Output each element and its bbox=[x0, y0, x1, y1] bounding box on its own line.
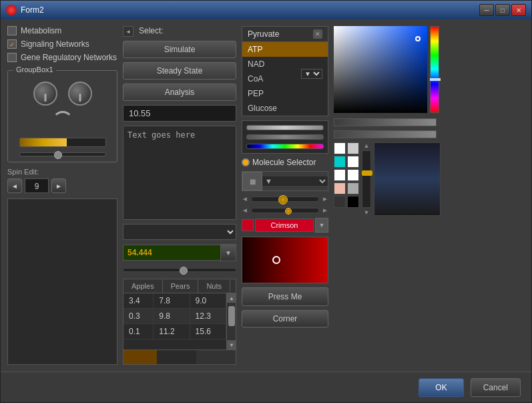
hue-slider[interactable] bbox=[430, 26, 439, 113]
groupbox-content bbox=[13, 76, 111, 156]
scroll-down-arrow[interactable]: ▼ bbox=[227, 340, 236, 350]
pyruvate-header: Pyruvate ✕ bbox=[242, 27, 328, 42]
pyruvate-item-atp[interactable]: ATP bbox=[242, 42, 328, 57]
back-arrow-button[interactable]: ◄ bbox=[123, 26, 134, 37]
checkbox-gene-label: Gene Regulatory Networks bbox=[21, 53, 117, 62]
swatch-silver[interactable] bbox=[347, 182, 359, 194]
red-gradient-circle bbox=[272, 256, 280, 264]
simulate-button[interactable]: Simulate bbox=[123, 41, 236, 58]
dot-slider[interactable] bbox=[251, 208, 319, 213]
steady-state-button[interactable]: Steady State bbox=[123, 62, 236, 80]
press-me-button[interactable]: Press Me bbox=[242, 287, 328, 306]
swatch-white[interactable] bbox=[334, 142, 346, 154]
app-icon bbox=[6, 5, 17, 15]
molecule-dropdown[interactable]: ▼ bbox=[262, 176, 328, 186]
tab-nuts[interactable]: Nuts bbox=[198, 279, 230, 293]
color-dropdown-arrow[interactable]: ▼ bbox=[315, 218, 328, 233]
slider-2[interactable] bbox=[246, 134, 324, 140]
dot-slider-min: ◄ bbox=[242, 207, 248, 214]
cell-0-1: 7.8 bbox=[154, 293, 190, 309]
combo-slider[interactable] bbox=[123, 268, 236, 272]
checkbox-gene[interactable]: Gene Regulatory Networks bbox=[7, 53, 117, 62]
table-scrollbar[interactable]: ▲ ▼ bbox=[226, 293, 236, 350]
nad-dropdown[interactable]: ▼ bbox=[301, 69, 322, 79]
molecule-selector-label: Molecule Selector bbox=[252, 158, 316, 167]
tab-pears[interactable]: Pears bbox=[163, 279, 199, 293]
color-swatch-red[interactable] bbox=[242, 219, 254, 231]
swatch-white2[interactable] bbox=[347, 156, 359, 168]
swatch-dark[interactable] bbox=[334, 196, 346, 208]
analysis-button[interactable]: Analysis bbox=[123, 84, 236, 101]
pyruvate-item-pep: PEP bbox=[242, 86, 328, 101]
spin-increment-button[interactable]: ► bbox=[51, 178, 66, 193]
numeric-display: 10.55 bbox=[123, 105, 236, 122]
color-dropdown[interactable]: Crimson bbox=[255, 219, 314, 232]
ok-button[interactable]: OK bbox=[419, 378, 463, 397]
close-button[interactable]: ✕ bbox=[511, 4, 526, 16]
vertical-slider-track[interactable] bbox=[362, 150, 371, 208]
swatch-white3[interactable] bbox=[334, 169, 346, 181]
combo-input[interactable]: 54.444 bbox=[123, 245, 220, 261]
dropdown-select[interactable] bbox=[123, 224, 236, 240]
range-slider-row: ◄ ► bbox=[242, 195, 328, 203]
pyruvate-item-glucose[interactable]: Glucose bbox=[242, 101, 328, 116]
knob-left[interactable] bbox=[33, 82, 57, 106]
checkbox-group: Metabolism ✓ Signaling Networks Gene Reg… bbox=[7, 26, 117, 62]
scroll-thumb bbox=[228, 306, 235, 326]
range-min: ◄ bbox=[242, 195, 248, 203]
checkbox-signaling[interactable]: ✓ Signaling Networks bbox=[7, 39, 117, 49]
slider-thumb bbox=[54, 151, 62, 159]
swatch-row-5 bbox=[334, 196, 359, 208]
slider-1[interactable] bbox=[246, 125, 324, 130]
swatch-black[interactable] bbox=[347, 196, 359, 208]
horizontal-slider[interactable] bbox=[19, 152, 106, 156]
checkbox-metabolism-box[interactable] bbox=[7, 26, 17, 35]
progress-bar-fill bbox=[20, 138, 67, 146]
cancel-button[interactable]: Cancel bbox=[471, 378, 521, 397]
large-color-canvas[interactable] bbox=[374, 142, 441, 216]
corner-button[interactable]: Corner bbox=[242, 310, 328, 327]
vertical-slider-thumb bbox=[362, 170, 372, 176]
cell-2-2: 15.6 bbox=[190, 324, 226, 340]
radio-dot[interactable] bbox=[242, 158, 250, 166]
spin-value-display[interactable]: 9 bbox=[25, 178, 49, 193]
combo-arrow-button[interactable]: ▼ bbox=[220, 244, 236, 261]
tab-oranges[interactable]: Oranges bbox=[230, 279, 236, 293]
swatch-white4[interactable] bbox=[347, 169, 359, 181]
chart-area bbox=[7, 198, 117, 365]
range-slider[interactable] bbox=[251, 196, 319, 202]
v-slider-up-arrow[interactable]: ▲ bbox=[364, 142, 370, 149]
knob-right[interactable] bbox=[68, 82, 92, 106]
checkbox-signaling-box[interactable]: ✓ bbox=[7, 39, 17, 49]
checkbox-metabolism[interactable]: Metabolism bbox=[7, 26, 117, 35]
pyruvate-close-button[interactable]: ✕ bbox=[313, 29, 322, 39]
text-area[interactable]: Text goes here bbox=[123, 126, 236, 220]
checkerboard-icon: ▦ bbox=[242, 172, 262, 190]
pyruvate-items: ATP NAD ▼ CoA PEP Glucose bbox=[242, 42, 328, 116]
swatch-peach[interactable] bbox=[334, 182, 346, 194]
sliders-area bbox=[242, 120, 328, 154]
dot-slider-max: ► bbox=[322, 207, 328, 214]
swatch-gray[interactable] bbox=[347, 142, 359, 154]
maximize-button[interactable]: □ bbox=[495, 4, 510, 16]
color-gradient-canvas[interactable] bbox=[334, 26, 427, 113]
tab-apples[interactable]: Apples bbox=[123, 279, 163, 293]
hue-cursor bbox=[430, 78, 441, 81]
v-slider-down-arrow[interactable]: ▼ bbox=[364, 209, 370, 216]
alpha-slider[interactable] bbox=[334, 118, 437, 126]
groupbox1: GroupBox1 bbox=[7, 70, 117, 162]
table-with-scroll: 3.4 7.8 9.0 0.3 9.8 12.3 bbox=[123, 293, 236, 350]
middle-panel: ◄ Select: Simulate Steady State Analysis… bbox=[123, 26, 236, 365]
spin-decrement-button[interactable]: ◄ bbox=[7, 178, 22, 193]
color-slider[interactable] bbox=[246, 144, 324, 149]
table-row: 3.4 7.8 9.0 bbox=[123, 293, 226, 309]
table-row: 0.3 9.8 12.3 bbox=[123, 309, 226, 324]
titlebar: Form2 ─ □ ✕ bbox=[1, 1, 531, 19]
main-window: Form2 ─ □ ✕ Metabolism ✓ Signaling Netwo… bbox=[0, 0, 532, 403]
color-picker-main bbox=[334, 26, 441, 113]
main-content: Metabolism ✓ Signaling Networks Gene Reg… bbox=[1, 19, 531, 372]
minimize-button[interactable]: ─ bbox=[479, 4, 494, 16]
scroll-up-arrow[interactable]: ▲ bbox=[227, 293, 236, 303]
swatch-cyan[interactable] bbox=[334, 156, 346, 168]
checkbox-gene-box[interactable] bbox=[7, 53, 17, 62]
